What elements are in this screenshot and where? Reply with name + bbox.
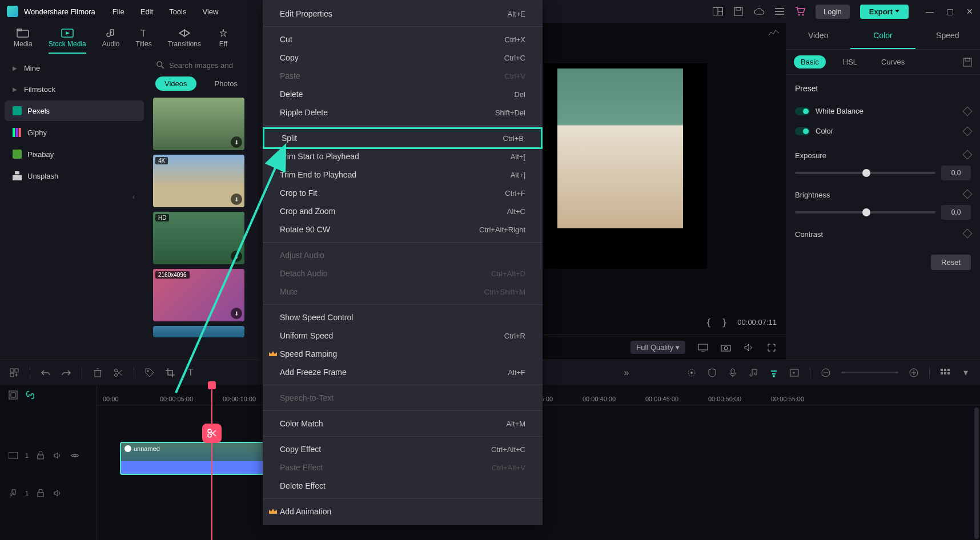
context-menu-item[interactable]: Ripple DeleteShift+Del <box>263 103 543 122</box>
pill-photos[interactable]: Photos <box>206 76 247 91</box>
mute-icon[interactable] <box>53 488 63 498</box>
histogram-icon[interactable] <box>769 29 779 37</box>
download-icon[interactable]: ⬇ <box>231 251 242 262</box>
trash-icon[interactable] <box>93 368 103 378</box>
inspector-tab-speed[interactable]: Speed <box>915 23 980 49</box>
context-menu-item[interactable]: SplitCtrl+B <box>263 127 543 149</box>
chevron-down-icon[interactable]: ▾ <box>961 368 971 378</box>
quality-selector[interactable]: Full Quality ▾ <box>630 341 685 354</box>
scissors-icon[interactable] <box>113 368 123 378</box>
split-handle-icon[interactable] <box>202 424 222 443</box>
cloud-icon[interactable] <box>754 6 764 17</box>
source-pixabay[interactable]: Pixabay <box>5 144 144 164</box>
close-icon[interactable]: ✕ <box>966 7 973 16</box>
brightness-slider[interactable] <box>795 211 935 213</box>
shield-icon[interactable] <box>707 368 717 378</box>
context-menu-item[interactable]: Speed Ramping <box>263 345 543 363</box>
frame-icon[interactable] <box>789 368 800 378</box>
link-icon[interactable] <box>25 390 35 400</box>
subtab-hsl[interactable]: HSL <box>836 55 864 68</box>
redo-icon[interactable] <box>61 368 71 378</box>
zoom-in-icon[interactable] <box>909 368 919 378</box>
login-button[interactable]: Login <box>816 5 850 19</box>
keyframe-icon[interactable] <box>963 190 973 199</box>
mark-out-icon[interactable]: } <box>722 317 728 328</box>
crop-icon[interactable] <box>165 368 175 378</box>
tab-titles[interactable]: T Titles <box>135 29 151 54</box>
white-balance-toggle[interactable] <box>795 107 810 115</box>
tab-effects[interactable]: Eff <box>217 29 230 54</box>
context-menu-item[interactable]: DeleteDel <box>263 85 543 103</box>
tab-audio[interactable]: Audio <box>102 29 120 54</box>
subtab-basic[interactable]: Basic <box>794 55 826 68</box>
source-mine[interactable]: ▶Mine <box>5 58 144 78</box>
download-icon[interactable]: ⬇ <box>231 136 242 148</box>
mute-icon[interactable] <box>53 450 63 461</box>
lock-icon[interactable] <box>35 450 46 461</box>
source-giphy[interactable]: Giphy <box>5 122 144 143</box>
exposure-value[interactable]: 0,0 <box>941 166 971 180</box>
reset-button[interactable]: Reset <box>931 255 971 270</box>
fullscreen-icon[interactable] <box>766 342 777 353</box>
inspector-tab-video[interactable]: Video <box>786 23 850 49</box>
context-menu-item[interactable]: Copy EffectCtrl+Alt+C <box>263 440 543 458</box>
thumbnail[interactable]: HD⬇ <box>153 212 244 264</box>
screen-icon[interactable] <box>698 342 708 353</box>
audio-track-icon[interactable] <box>8 488 18 498</box>
playhead[interactable] <box>211 385 212 540</box>
view-options-icon[interactable] <box>940 368 950 378</box>
record-icon[interactable] <box>686 368 697 378</box>
menu-tools[interactable]: Tools <box>169 7 186 16</box>
keyframe-icon[interactable] <box>963 229 973 239</box>
color-toggle[interactable] <box>795 127 810 135</box>
context-menu-item[interactable]: Trim End to PlayheadAlt+] <box>263 166 543 184</box>
context-menu-item[interactable]: Add Freeze FrameAlt+F <box>263 363 543 381</box>
inspector-tab-color[interactable]: Color <box>850 23 915 49</box>
context-menu-item[interactable]: Add Animation <box>263 502 543 521</box>
cart-icon[interactable] <box>795 6 805 17</box>
timeline-scrollbar[interactable] <box>974 408 979 539</box>
context-menu-item[interactable]: Crop and ZoomAlt+C <box>263 202 543 220</box>
volume-icon[interactable] <box>744 342 754 353</box>
context-menu-item[interactable]: Crop to FitCtrl+F <box>263 184 543 202</box>
layout-icon[interactable] <box>713 6 723 17</box>
maximize-icon[interactable]: ▢ <box>946 7 954 16</box>
color-tool-icon[interactable] <box>769 368 779 378</box>
hamburger-icon[interactable] <box>774 6 785 17</box>
menu-file[interactable]: File <box>113 7 124 16</box>
undo-icon[interactable] <box>41 368 51 378</box>
context-menu-item[interactable]: Rotate 90 CWCtrl+Alt+Right <box>263 220 543 239</box>
context-menu-item[interactable]: CopyCtrl+C <box>263 49 543 67</box>
tab-transitions[interactable]: Transitions <box>168 29 201 54</box>
download-icon[interactable]: ⬇ <box>231 308 242 319</box>
export-button[interactable]: Export <box>860 5 909 19</box>
context-menu-item[interactable]: CutCtrl+X <box>263 30 543 49</box>
expand-icon[interactable]: » <box>621 368 632 378</box>
minimize-icon[interactable]: — <box>926 7 934 16</box>
search-input[interactable] <box>169 61 255 70</box>
mark-in-icon[interactable]: { <box>706 317 712 328</box>
thumbnail[interactable]: 2160x4096⬇ <box>153 269 244 321</box>
visibility-icon[interactable] <box>70 450 80 461</box>
context-menu-item[interactable]: Trim Start to PlayheadAlt+[ <box>263 147 543 166</box>
source-filmstock[interactable]: ▶Filmstock <box>5 79 144 99</box>
subtab-curves[interactable]: Curves <box>874 55 911 68</box>
source-unsplash[interactable]: Unsplash <box>5 166 144 186</box>
thumbnail[interactable]: ⬇ <box>153 98 244 150</box>
context-menu-item[interactable]: Edit PropertiesAlt+E <box>263 5 543 23</box>
keyframe-icon[interactable] <box>963 126 973 136</box>
context-menu-item[interactable]: Delete Effect <box>263 477 543 495</box>
snapshot-icon[interactable] <box>721 342 731 353</box>
save-preset-icon[interactable] <box>963 58 972 67</box>
context-menu-item[interactable]: Color MatchAlt+M <box>263 414 543 433</box>
keyframe-icon[interactable] <box>963 150 973 160</box>
tab-media[interactable]: Media <box>14 29 33 54</box>
music-icon[interactable] <box>748 368 758 378</box>
context-menu-item[interactable]: Uniform SpeedCtrl+R <box>263 327 543 345</box>
context-menu-item[interactable]: Show Speed Control <box>263 308 543 327</box>
menu-edit[interactable]: Edit <box>140 7 153 16</box>
pill-videos[interactable]: Videos <box>155 76 196 91</box>
menu-view[interactable]: View <box>202 7 218 16</box>
lock-icon[interactable] <box>35 488 46 498</box>
brightness-value[interactable]: 0,0 <box>941 205 971 220</box>
